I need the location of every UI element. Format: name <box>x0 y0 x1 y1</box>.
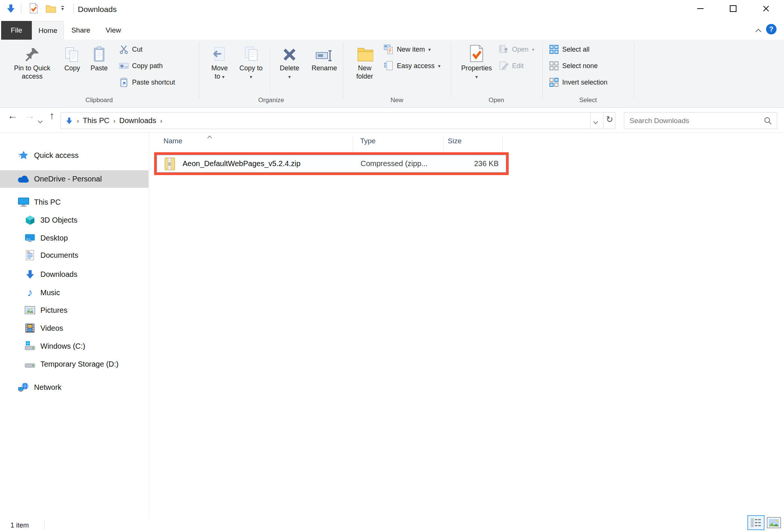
sort-ascending-icon[interactable] <box>208 134 211 141</box>
new-folder-icon <box>356 42 373 63</box>
tab-home[interactable]: Home <box>32 21 64 40</box>
qat-separator <box>73 4 74 13</box>
sidebar-item-temporary-storage-d[interactable]: Temporary Storage (D:) <box>0 356 148 372</box>
easy-access-button[interactable]: Easy access ▾ <box>384 59 441 73</box>
dropdown-icon: ▾ <box>532 47 535 52</box>
collapse-ribbon-icon[interactable] <box>756 28 760 35</box>
sidebar-item-windows-c[interactable]: Windows (C:) <box>0 338 148 354</box>
up-icon[interactable]: ↑ <box>49 110 55 122</box>
cube-icon <box>24 215 36 225</box>
breadcrumb-separator: › <box>77 117 79 125</box>
column-divider[interactable] <box>502 135 503 152</box>
select-all-button[interactable]: Select all <box>549 43 589 56</box>
breadcrumb-separator: › <box>113 117 115 125</box>
invert-selection-button[interactable]: Invert selection <box>549 76 607 89</box>
downloads-arrow-icon <box>24 269 36 279</box>
edit-icon <box>499 61 509 71</box>
select-none-icon <box>549 61 559 70</box>
delete-button[interactable]: Delete▾ <box>274 42 305 81</box>
sidebar-item-this-pc[interactable]: This PC <box>0 194 148 210</box>
group-label-open: Open <box>465 97 528 104</box>
search-icon[interactable] <box>763 116 772 127</box>
column-header-type[interactable]: Type <box>360 137 376 145</box>
ribbon: Pin to Quick access Copy Paste Cut Copy … <box>0 40 784 108</box>
delete-x-icon <box>281 42 298 63</box>
group-separator <box>343 43 343 98</box>
search-box[interactable] <box>624 112 777 129</box>
qat-customize-dropdown-icon[interactable]: ▾ <box>61 6 64 11</box>
search-input[interactable] <box>624 113 777 129</box>
details-view-button[interactable] <box>747 515 765 530</box>
new-folder-qat-icon[interactable] <box>46 4 56 15</box>
pin-to-quick-access-button[interactable]: Pin to Quick access <box>7 42 58 80</box>
group-label-clipboard: Clipboard <box>67 97 131 104</box>
address-bar[interactable]: › This PC › Downloads › <box>61 112 615 129</box>
breadcrumb-separator: › <box>160 117 162 125</box>
tab-view[interactable]: View <box>98 21 129 40</box>
properties-check-icon[interactable] <box>29 3 38 15</box>
properties-button[interactable]: Properties▾ <box>458 42 495 81</box>
cut-button[interactable]: Cut <box>119 43 143 56</box>
group-separator <box>542 43 543 98</box>
column-divider[interactable] <box>353 135 353 152</box>
move-to-button[interactable]: Move to ▾ <box>205 42 234 81</box>
column-divider[interactable] <box>443 135 444 152</box>
recent-locations-dropdown-icon[interactable] <box>39 117 42 124</box>
copy-to-icon <box>243 42 259 63</box>
sidebar-item-quick-access[interactable]: Quick access <box>0 147 148 163</box>
select-none-button[interactable]: Select none <box>549 59 598 73</box>
quick-access-star-icon <box>18 150 30 160</box>
sidebar-item-documents[interactable]: Documents <box>0 247 148 263</box>
copy-button[interactable]: Copy <box>59 42 85 72</box>
paste-shortcut-button[interactable]: Paste shortcut <box>119 76 175 89</box>
dropdown-icon: ▾ <box>250 74 252 80</box>
refresh-icon[interactable]: ↻ <box>606 114 613 125</box>
new-item-button[interactable]: New item ▾ <box>384 43 431 56</box>
forward-icon: → <box>25 110 35 122</box>
status-separator <box>44 521 45 530</box>
desktop-monitor-icon <box>24 233 36 242</box>
group-separator <box>199 43 199 98</box>
sidebar-item-music[interactable]: ♪ Music <box>0 284 148 301</box>
column-header-size[interactable]: Size <box>448 137 462 145</box>
tab-share[interactable]: Share <box>64 21 98 40</box>
address-bar-divider <box>590 112 591 129</box>
sidebar-item-desktop[interactable]: Desktop <box>0 230 148 246</box>
copy-path-button[interactable]: Copy path <box>119 59 163 73</box>
back-icon[interactable]: ← <box>7 110 18 122</box>
sidebar-item-onedrive[interactable]: OneDrive - Personal <box>0 170 148 188</box>
close-button[interactable] <box>755 0 777 17</box>
tab-file[interactable]: File <box>1 21 32 40</box>
new-folder-button[interactable]: New folder <box>350 42 380 80</box>
address-dropdown-icon[interactable] <box>594 118 597 125</box>
copy-to-button[interactable]: Copy to ▾ <box>236 42 266 81</box>
properties-icon <box>469 42 484 63</box>
sidebar-item-3d-objects[interactable]: 3D Objects <box>0 212 148 228</box>
drive-icon <box>24 360 36 369</box>
rename-icon <box>315 42 333 63</box>
breadcrumb-this-pc[interactable]: This PC <box>83 116 109 125</box>
paste-button[interactable]: Paste <box>87 42 111 72</box>
group-separator <box>634 43 634 98</box>
downloads-arrow-icon <box>6 4 16 15</box>
column-header-name[interactable]: Name <box>163 137 183 145</box>
paste-icon <box>92 42 106 63</box>
sidebar-item-downloads[interactable]: Downloads <box>0 266 148 282</box>
button-separator <box>270 44 270 95</box>
sidebar-item-pictures[interactable]: Pictures <box>0 302 148 318</box>
minimize-button[interactable] <box>689 0 711 17</box>
pin-icon <box>24 42 40 63</box>
move-to-icon <box>211 42 228 63</box>
sidebar-item-videos[interactable]: Videos <box>0 320 148 336</box>
thumbnail-view-button[interactable] <box>767 517 781 528</box>
open-button: Open ▾ <box>499 43 535 56</box>
help-icon[interactable]: ? <box>766 24 777 34</box>
windows-drive-icon <box>24 341 36 351</box>
title-bar: ▾ Downloads <box>0 0 784 21</box>
address-bar-divider <box>603 112 603 129</box>
sidebar-item-network[interactable]: Network <box>0 379 148 395</box>
rename-button[interactable]: Rename <box>307 42 342 72</box>
breadcrumb-downloads[interactable]: Downloads <box>119 116 156 125</box>
pane-divider[interactable] <box>149 133 149 519</box>
maximize-button[interactable] <box>722 0 744 17</box>
